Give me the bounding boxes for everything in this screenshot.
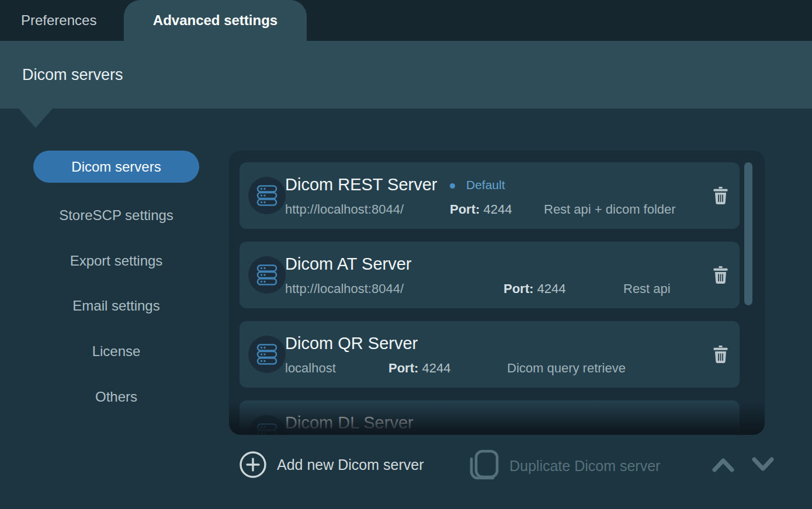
server-stack-icon bbox=[256, 264, 278, 286]
server-description: Rest api bbox=[623, 281, 671, 297]
tab-advanced-settings[interactable]: Advanced settings bbox=[124, 0, 307, 41]
sidebar-item-export-settings[interactable]: Export settings bbox=[33, 245, 199, 277]
server-list-panel: Dicom REST Server Default http://localho… bbox=[229, 151, 765, 435]
section-header: Dicom servers bbox=[0, 41, 812, 109]
add-server-button[interactable]: Add new Dicom server bbox=[239, 451, 424, 479]
server-stack-icon bbox=[256, 423, 278, 435]
sidebar-item-dicom-servers[interactable]: Dicom servers bbox=[33, 151, 199, 183]
server-row-dicom-qr[interactable]: Dicom QR Server localhost Port: 4244 Dic… bbox=[240, 321, 740, 388]
add-server-label: Add new Dicom server bbox=[277, 456, 424, 473]
plus-circle-icon bbox=[239, 451, 267, 479]
copy-icon bbox=[467, 449, 499, 482]
server-address: http://localhost:8044/ bbox=[285, 281, 404, 297]
server-name: Dicom QR Server bbox=[285, 334, 418, 353]
server-name: Dicom AT Server bbox=[285, 254, 411, 274]
tab-preferences[interactable]: Preferences bbox=[0, 0, 124, 41]
chevron-down-icon bbox=[751, 456, 775, 473]
sidebar-item-email-settings[interactable]: Email settings bbox=[33, 290, 199, 322]
server-port: Port: 4244 bbox=[450, 202, 512, 217]
duplicate-server-button[interactable]: Duplicate Dicom server bbox=[467, 449, 660, 482]
server-address: http://localhost:8044/ bbox=[285, 202, 404, 217]
delete-server-button[interactable] bbox=[712, 346, 729, 364]
server-address: localhost bbox=[285, 361, 336, 376]
server-port: Port: 4244 bbox=[388, 361, 450, 376]
server-name: Dicom DL Server bbox=[285, 413, 414, 433]
trash-icon bbox=[713, 266, 728, 284]
advanced-settings-window: Preferences Advanced settings Dicom serv… bbox=[0, 0, 812, 509]
page-title: Dicom servers bbox=[22, 41, 123, 109]
server-avatar bbox=[248, 256, 286, 294]
duplicate-server-label: Duplicate Dicom server bbox=[509, 458, 660, 475]
trash-icon bbox=[713, 346, 728, 363]
chevron-up-icon bbox=[712, 456, 735, 473]
sidebar-item-others[interactable]: Others bbox=[33, 381, 199, 413]
server-avatar bbox=[248, 415, 286, 435]
default-dot-icon bbox=[450, 183, 455, 189]
scrollbar-thumb[interactable] bbox=[744, 162, 752, 305]
server-description: Rest api + dicom folder bbox=[544, 202, 676, 217]
move-server-up-button[interactable] bbox=[712, 456, 735, 475]
server-actions-bar: Add new Dicom server Duplicate Dicom ser… bbox=[0, 449, 812, 482]
server-row-dicom-dl[interactable]: Dicom DL Server bbox=[240, 400, 740, 435]
sidebar-item-license[interactable]: License bbox=[33, 335, 199, 367]
default-badge: Default bbox=[466, 178, 505, 192]
server-name: Dicom REST Server bbox=[285, 175, 438, 194]
delete-server-button[interactable] bbox=[712, 266, 729, 285]
server-avatar bbox=[248, 177, 286, 214]
move-server-down-button[interactable] bbox=[751, 456, 775, 475]
server-port: Port: 4244 bbox=[504, 281, 565, 297]
tab-bar: Preferences Advanced settings bbox=[0, 0, 812, 41]
server-row-dicom-rest[interactable]: Dicom REST Server Default http://localho… bbox=[240, 162, 740, 229]
sidebar-item-storescp-settings[interactable]: StoreSCP settings bbox=[33, 199, 199, 231]
trash-icon bbox=[713, 187, 728, 204]
server-row-dicom-at[interactable]: Dicom AT Server http://localhost:8044/ P… bbox=[240, 242, 740, 308]
server-stack-icon bbox=[256, 184, 278, 207]
server-description: Dicom query retrieve bbox=[507, 361, 626, 376]
server-avatar bbox=[248, 336, 286, 373]
server-stack-icon bbox=[256, 343, 278, 365]
delete-server-button[interactable] bbox=[712, 187, 729, 205]
